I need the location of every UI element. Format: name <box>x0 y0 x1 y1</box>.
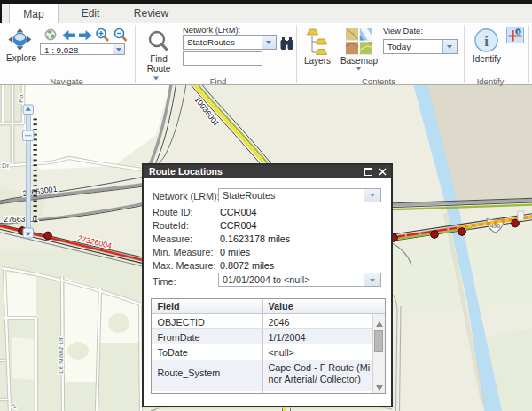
svg-text:Le Manz Dr: Le Manz Dr <box>57 336 65 374</box>
svg-text:Dr: Dr <box>2 162 10 170</box>
svg-text:27663101: 27663101 <box>4 215 38 224</box>
svg-text:i: i <box>484 33 489 50</box>
svg-text:Pa: Pa <box>17 94 25 103</box>
